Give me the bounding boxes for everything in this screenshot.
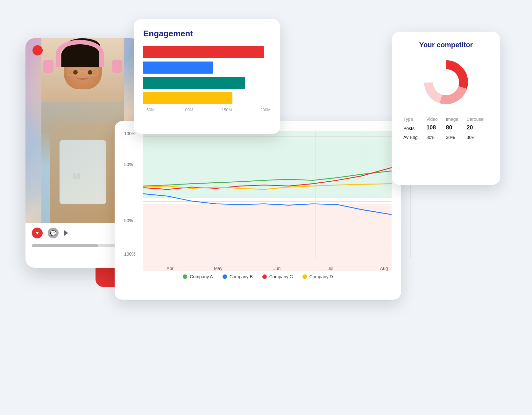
x-label-50m: 50M: [146, 107, 154, 112]
heart-icon[interactable]: ♥: [32, 228, 43, 238]
comment-icon[interactable]: 💬: [48, 228, 59, 238]
y-label-50-top: 50%: [124, 162, 133, 167]
posts-image: 80: [443, 123, 464, 134]
chart-legend: Company A Company B Company C Company D: [124, 274, 392, 279]
x-label-apr: Apr: [167, 266, 174, 271]
x-label-150m: 150M: [222, 107, 232, 112]
legend-dot-d: [302, 274, 307, 279]
col-type: Type: [401, 115, 424, 123]
y-label-100-bot: 100%: [124, 251, 136, 257]
row-label-posts: Posts: [401, 123, 424, 134]
bar-row-teal: [143, 77, 271, 89]
line-chart-card: 100% 50% 50% 100%: [115, 121, 401, 300]
record-dot: [32, 45, 43, 55]
table-row-aveng: Av Eng 30% 30% 30%: [401, 134, 491, 141]
bar-teal: [143, 77, 245, 89]
posts-video: 108: [424, 123, 443, 134]
svg-point-3: [433, 69, 459, 95]
legend-dot-c: [262, 274, 267, 279]
col-image: Image: [443, 115, 464, 123]
legend-company-d: Company D: [302, 274, 333, 279]
x-label-jul: Jul: [328, 266, 333, 271]
share-icon[interactable]: [64, 230, 68, 236]
bar-blue: [143, 62, 213, 74]
posts-carousel: 20: [464, 123, 491, 134]
x-label-may: May: [214, 266, 222, 271]
bar-chart: 50M 100M 150M 200M: [143, 46, 271, 122]
aveng-image: 30%: [443, 134, 464, 141]
legend-label-b: Company B: [230, 274, 253, 279]
bar-row-red: [143, 46, 271, 58]
x-label-100m: 100M: [183, 107, 193, 112]
row-label-aveng: Av Eng: [401, 134, 424, 141]
competitor-title: Your competitor: [401, 41, 491, 49]
x-label-aug: Aug: [380, 266, 388, 271]
line-chart-svg: [143, 131, 392, 258]
y-label-50-bot: 50%: [124, 218, 133, 223]
legend-company-a: Company A: [183, 274, 213, 279]
col-video: Video: [424, 115, 443, 123]
bar-row-blue: [143, 62, 271, 74]
chart-x-labels: 50M 100M 150M 200M: [143, 107, 271, 112]
competitor-table: Type Video Image Carousel Posts 108 80: [401, 115, 491, 141]
aveng-video: 30%: [424, 134, 443, 141]
competitor-card: Your competitor Type Video Image: [392, 32, 500, 185]
engagement-title: Engagement: [143, 29, 271, 39]
bar-row-yellow: [143, 92, 271, 104]
legend-label-a: Company A: [190, 274, 213, 279]
bar-yellow: [143, 92, 232, 104]
scene: M: [0, 0, 532, 415]
engagement-card: Engagement 50M 100M 150M 200M: [134, 19, 280, 134]
x-label-jun: Jun: [273, 266, 281, 271]
legend-dot-a: [183, 274, 187, 279]
legend-label-c: Company C: [269, 274, 293, 279]
bar-red: [143, 46, 264, 58]
x-label-200m: 200M: [260, 107, 271, 112]
col-carousel: Carousel: [464, 115, 491, 123]
donut-chart: [401, 57, 491, 108]
y-label-100-top: 100%: [124, 131, 136, 136]
legend-company-b: Company B: [223, 274, 253, 279]
line-chart-area: 100% 50% 50% 100%: [124, 131, 392, 271]
table-row-posts: Posts 108 80 20: [401, 123, 491, 134]
progress-fill: [32, 244, 98, 247]
legend-label-d: Company D: [309, 274, 333, 279]
legend-dot-b: [223, 274, 227, 279]
legend-company-c: Company C: [262, 274, 293, 279]
aveng-carousel: 30%: [464, 134, 491, 141]
